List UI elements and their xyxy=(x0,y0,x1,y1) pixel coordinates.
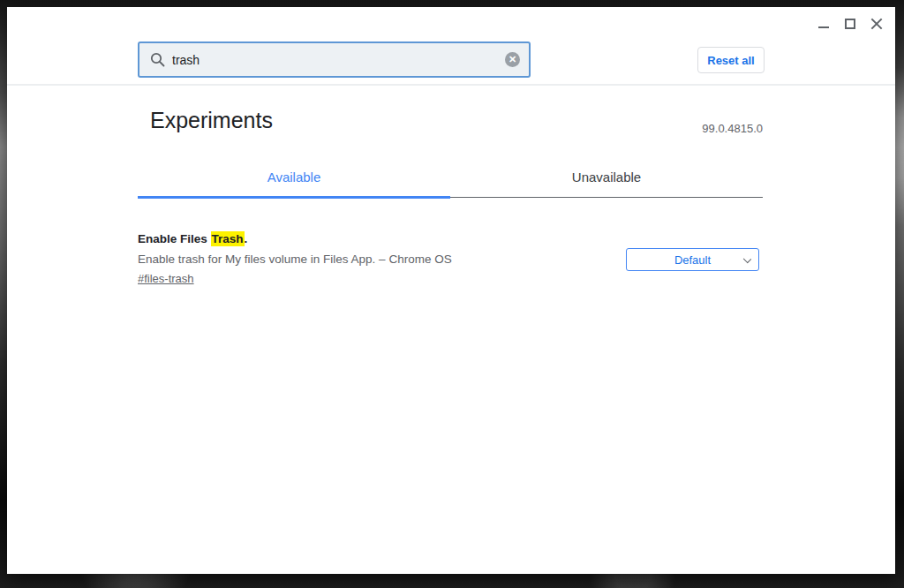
chevron-down-icon xyxy=(743,255,751,263)
search-icon xyxy=(150,52,165,67)
maximize-icon xyxy=(845,19,855,29)
minimize-icon xyxy=(818,26,829,28)
close-button[interactable] xyxy=(863,11,890,37)
desktop-wallpaper: { "titlebar": { "controls": { "minimize"… xyxy=(0,0,904,588)
version-number: 99.0.4815.0 xyxy=(702,122,763,135)
search-input[interactable] xyxy=(165,53,505,67)
header: ✕ Reset all xyxy=(7,7,895,86)
flag-title-search-highlight: Trash xyxy=(211,231,245,246)
maximize-button[interactable] xyxy=(837,11,863,37)
flag-title-suffix: . xyxy=(245,232,248,245)
clear-search-icon[interactable]: ✕ xyxy=(505,52,520,67)
tab-unavailable[interactable]: Unavailable xyxy=(450,157,763,197)
flag-title: Enable Files Trash. xyxy=(138,232,247,245)
page-title: Experiments xyxy=(150,108,273,133)
flags-window: ✕ Reset all Experiments 99.0.4815.0 Avai… xyxy=(7,7,895,574)
minimize-button[interactable] xyxy=(810,11,837,37)
flag-dropdown-value: Default xyxy=(674,253,711,267)
window-controls xyxy=(810,11,890,37)
flag-permalink[interactable]: #files-trash xyxy=(138,272,194,285)
flag-title-prefix: Enable Files xyxy=(138,232,211,245)
reset-all-button[interactable]: Reset all xyxy=(697,47,765,73)
active-tab-indicator xyxy=(138,196,450,199)
tab-available[interactable]: Available xyxy=(138,157,450,197)
flag-description: Enable trash for My files volume in File… xyxy=(138,253,452,266)
flag-dropdown[interactable]: Default xyxy=(626,248,759,271)
close-icon xyxy=(870,18,883,30)
tab-strip: Available Unavailable xyxy=(138,157,763,198)
search-box: ✕ xyxy=(138,41,531,78)
